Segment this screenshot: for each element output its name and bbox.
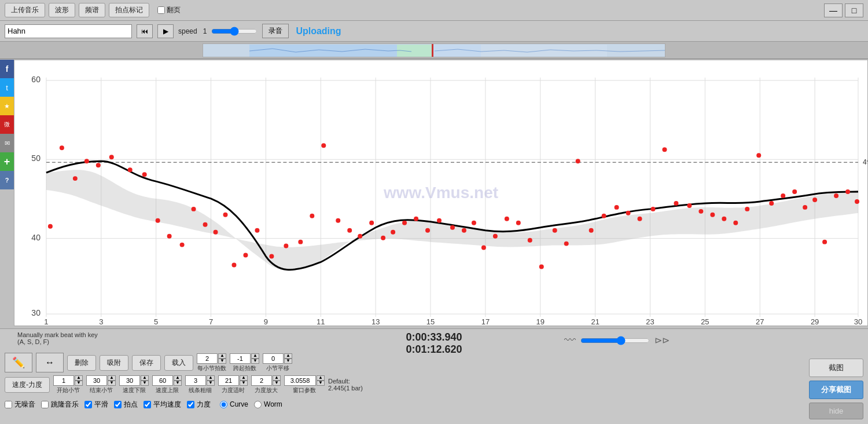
window-buttons: — □ — [824, 3, 863, 17]
spectrum-button[interactable]: 频谱 — [79, 3, 105, 17]
line-width-input[interactable] — [185, 375, 206, 386]
right-buttons: 截图 分享截图 hide — [809, 359, 863, 419]
accompaniment-checkbox[interactable] — [41, 401, 49, 408]
beats-down[interactable]: ▼ — [218, 359, 226, 364]
window-params-input[interactable] — [284, 375, 316, 386]
waveform-button[interactable]: 波形 — [49, 3, 75, 17]
prev-button[interactable]: ⏮ — [137, 24, 153, 38]
svg-point-41 — [167, 234, 172, 239]
svg-point-71 — [516, 221, 521, 225]
chart-area[interactable]: www.Vmus.net 60 50 40 — [14, 60, 868, 326]
svg-text:50: 50 — [31, 153, 41, 163]
add-button[interactable]: + — [0, 152, 14, 171]
svg-point-47 — [231, 262, 236, 267]
delete-button[interactable]: 删除 — [67, 355, 96, 371]
svg-point-96 — [812, 198, 817, 202]
erase-button[interactable]: ✏️ — [5, 353, 32, 372]
wave-slider[interactable] — [580, 336, 650, 345]
svg-point-44 — [203, 222, 208, 227]
svg-point-54 — [321, 143, 326, 148]
current-time: 0:00:33.940 — [406, 331, 462, 343]
weibo-button[interactable]: 微 — [0, 115, 14, 134]
svg-text:49.4: 49.4 — [863, 158, 867, 166]
speed-upper-down[interactable]: ▼ — [174, 381, 182, 386]
beat-label: 拍点 — [114, 400, 138, 410]
line-width-down[interactable]: ▼ — [207, 381, 215, 386]
svg-text:30: 30 — [31, 308, 41, 317]
speed-lower-input[interactable] — [119, 375, 140, 386]
svg-point-77 — [589, 228, 594, 233]
svg-text:17: 17 — [481, 317, 490, 326]
svg-point-97 — [822, 240, 827, 244]
record-button[interactable]: 录音 — [262, 24, 289, 38]
beats-per-bar-group: ▲ ▼ 每小节拍数 — [197, 353, 226, 372]
beat-mark-button[interactable]: 拍点标记 — [109, 3, 149, 17]
smooth-label: 平滑 — [84, 400, 108, 410]
svg-point-62 — [414, 217, 418, 221]
threshold-input[interactable] — [230, 353, 251, 364]
track-name-input[interactable]: Hahn — [5, 24, 132, 38]
force-amplify-input[interactable] — [251, 375, 272, 386]
curve-radio[interactable] — [220, 401, 227, 408]
minimize-button[interactable]: — — [824, 3, 843, 17]
force-amplify-down[interactable]: ▼ — [273, 381, 281, 386]
force-duration-down[interactable]: ▼ — [240, 381, 248, 386]
end-bar-down[interactable]: ▼ — [108, 381, 116, 386]
speed-lower-down[interactable]: ▼ — [141, 381, 149, 386]
star-button[interactable]: ★ — [0, 97, 14, 115]
end-bar-group: ▲ ▼ 结束小节 — [86, 375, 116, 394]
svg-point-94 — [792, 189, 797, 194]
bar-step-down[interactable]: ▼ — [284, 359, 292, 364]
force-duration-input[interactable] — [218, 375, 239, 386]
facebook-button[interactable]: f — [0, 60, 14, 78]
window-params-down[interactable]: ▼ — [317, 381, 325, 386]
hide-button[interactable]: hide — [809, 403, 863, 419]
svg-text:29: 29 — [811, 317, 819, 326]
save-button[interactable]: 保存 — [132, 355, 161, 371]
bar-step-input[interactable] — [263, 353, 284, 364]
bar-step-group: ▲ ▼ 小节平移 — [263, 353, 292, 372]
svg-point-98 — [834, 193, 838, 198]
jiegou-button[interactable]: 截图 — [809, 359, 863, 377]
absorb-button[interactable]: 吸附 — [100, 355, 128, 371]
force-label: 力度 — [187, 400, 211, 410]
svg-point-84 — [674, 201, 678, 206]
smooth-checkbox[interactable] — [84, 401, 92, 408]
flip-checkbox[interactable] — [157, 6, 165, 14]
avg-speed-checkbox[interactable] — [144, 401, 151, 408]
threshold-down[interactable]: ▼ — [251, 359, 259, 364]
help-button[interactable]: ? — [0, 171, 14, 189]
speed-slider[interactable] — [211, 27, 258, 36]
svg-point-34 — [73, 176, 78, 181]
beats-per-bar-input[interactable] — [197, 353, 218, 364]
beat-checkbox[interactable] — [114, 401, 122, 408]
upload-music-button[interactable]: 上传音乐 — [5, 3, 45, 17]
svg-rect-3 — [432, 44, 433, 57]
svg-text:40: 40 — [31, 233, 41, 242]
svg-point-40 — [156, 218, 160, 223]
twitter-button[interactable]: t — [0, 78, 14, 97]
end-bar-input[interactable] — [86, 375, 107, 386]
svg-text:5: 5 — [154, 317, 158, 326]
speed-upper-input[interactable] — [152, 375, 173, 386]
speed-degree-button[interactable]: 速度-力度 — [5, 377, 50, 393]
svg-point-33 — [60, 145, 64, 150]
move-button[interactable]: ↔ — [36, 353, 64, 372]
force-checkbox[interactable] — [187, 401, 194, 408]
restore-button[interactable]: □ — [845, 3, 863, 17]
share-jiegou-button[interactable]: 分享截图 — [809, 381, 863, 399]
social-sidebar: f t ★ 微 ✉ + ? — [0, 60, 14, 189]
svg-point-56 — [347, 228, 352, 233]
svg-point-99 — [845, 189, 850, 194]
start-bar-down[interactable]: ▼ — [75, 381, 83, 386]
mail-button[interactable]: ✉ — [0, 134, 14, 152]
flip-checkbox-label: 翻页 — [157, 5, 181, 15]
load-button[interactable]: 载入 — [164, 355, 193, 371]
play-button[interactable]: ▶ — [157, 24, 174, 38]
no-noise-checkbox[interactable] — [5, 401, 12, 408]
svg-point-100 — [855, 199, 859, 204]
start-bar-input[interactable] — [53, 375, 74, 386]
chart-svg: 60 50 40 30 49.4 — [14, 60, 867, 326]
worm-radio[interactable] — [254, 401, 262, 408]
waveform-display[interactable] — [203, 43, 665, 57]
